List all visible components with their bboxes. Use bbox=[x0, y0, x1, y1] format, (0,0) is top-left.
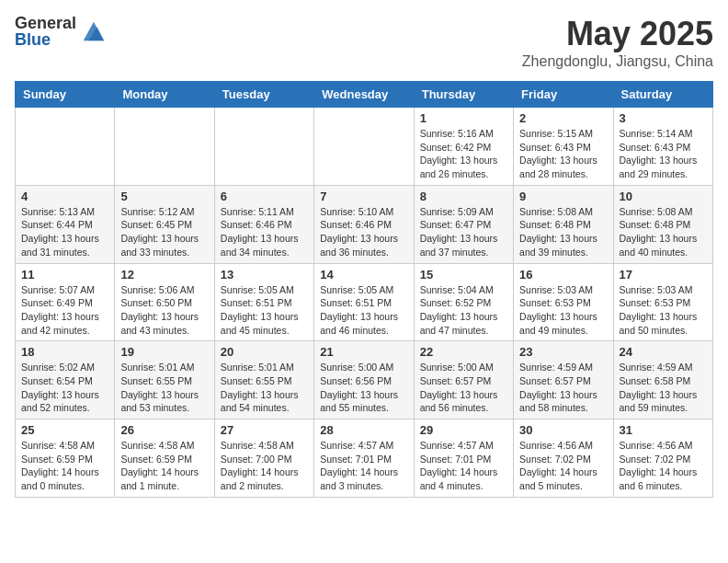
day-info: Sunrise: 5:02 AM Sunset: 6:54 PM Dayligh… bbox=[21, 361, 108, 415]
weekday-header-friday: Friday bbox=[514, 82, 613, 108]
day-info: Sunrise: 4:56 AM Sunset: 7:02 PM Dayligh… bbox=[519, 439, 607, 493]
calendar-cell: 27Sunrise: 4:58 AM Sunset: 7:00 PM Dayli… bbox=[214, 419, 313, 498]
calendar-week-2: 4Sunrise: 5:13 AM Sunset: 6:44 PM Daylig… bbox=[16, 185, 713, 263]
calendar-cell: 28Sunrise: 4:57 AM Sunset: 7:01 PM Dayli… bbox=[314, 419, 414, 498]
day-number: 19 bbox=[120, 345, 208, 359]
calendar-cell: 31Sunrise: 4:56 AM Sunset: 7:02 PM Dayli… bbox=[613, 419, 712, 498]
calendar-cell: 22Sunrise: 5:00 AM Sunset: 6:57 PM Dayli… bbox=[414, 341, 513, 419]
day-number: 23 bbox=[519, 345, 607, 359]
calendar-cell: 4Sunrise: 5:13 AM Sunset: 6:44 PM Daylig… bbox=[16, 185, 115, 263]
day-info: Sunrise: 4:58 AM Sunset: 6:59 PM Dayligh… bbox=[120, 439, 208, 493]
weekday-header-sunday: Sunday bbox=[16, 82, 115, 108]
day-info: Sunrise: 5:05 AM Sunset: 6:51 PM Dayligh… bbox=[221, 283, 308, 338]
calendar-cell: 6Sunrise: 5:11 AM Sunset: 6:46 PM Daylig… bbox=[214, 185, 313, 263]
weekday-header-saturday: Saturday bbox=[613, 82, 712, 108]
calendar-cell: 29Sunrise: 4:57 AM Sunset: 7:01 PM Dayli… bbox=[414, 419, 513, 498]
month-title: May 2025 bbox=[522, 15, 713, 53]
calendar-cell: 18Sunrise: 5:02 AM Sunset: 6:54 PM Dayli… bbox=[16, 341, 115, 419]
calendar-cell: 1Sunrise: 5:16 AM Sunset: 6:42 PM Daylig… bbox=[414, 108, 513, 186]
day-info: Sunrise: 5:01 AM Sunset: 6:55 PM Dayligh… bbox=[120, 361, 208, 415]
day-number: 7 bbox=[320, 190, 407, 203]
calendar-cell: 19Sunrise: 5:01 AM Sunset: 6:55 PM Dayli… bbox=[115, 341, 214, 419]
weekday-header-wednesday: Wednesday bbox=[314, 82, 414, 108]
day-number: 2 bbox=[519, 111, 607, 125]
day-info: Sunrise: 5:08 AM Sunset: 6:48 PM Dayligh… bbox=[519, 205, 607, 259]
day-number: 28 bbox=[320, 423, 407, 437]
day-number: 12 bbox=[120, 268, 208, 282]
day-info: Sunrise: 4:57 AM Sunset: 7:01 PM Dayligh… bbox=[420, 439, 507, 493]
calendar-cell: 8Sunrise: 5:09 AM Sunset: 6:47 PM Daylig… bbox=[414, 185, 513, 263]
day-info: Sunrise: 5:12 AM Sunset: 6:45 PM Dayligh… bbox=[120, 205, 208, 259]
calendar-cell: 20Sunrise: 5:01 AM Sunset: 6:55 PM Dayli… bbox=[214, 341, 313, 419]
day-number: 5 bbox=[120, 190, 208, 203]
weekday-header-monday: Monday bbox=[115, 82, 214, 108]
day-number: 4 bbox=[21, 190, 108, 203]
page-header: General Blue May 2025 Zhengdonglu, Jiang… bbox=[15, 15, 713, 70]
day-info: Sunrise: 4:56 AM Sunset: 7:02 PM Dayligh… bbox=[620, 439, 707, 493]
calendar-cell: 3Sunrise: 5:14 AM Sunset: 6:43 PM Daylig… bbox=[613, 108, 712, 186]
day-number: 21 bbox=[320, 345, 407, 359]
day-number: 8 bbox=[420, 190, 507, 203]
calendar-week-5: 25Sunrise: 4:58 AM Sunset: 6:59 PM Dayli… bbox=[16, 419, 713, 498]
day-number: 22 bbox=[420, 345, 507, 359]
location-subtitle: Zhengdonglu, Jiangsu, China bbox=[522, 53, 713, 70]
calendar-cell: 9Sunrise: 5:08 AM Sunset: 6:48 PM Daylig… bbox=[514, 185, 613, 263]
day-info: Sunrise: 5:03 AM Sunset: 6:53 PM Dayligh… bbox=[519, 283, 607, 338]
calendar-cell: 21Sunrise: 5:00 AM Sunset: 6:56 PM Dayli… bbox=[314, 341, 414, 419]
day-info: Sunrise: 5:06 AM Sunset: 6:50 PM Dayligh… bbox=[120, 283, 208, 338]
day-number: 31 bbox=[620, 423, 707, 437]
day-info: Sunrise: 5:00 AM Sunset: 6:56 PM Dayligh… bbox=[320, 361, 407, 415]
day-number: 14 bbox=[320, 268, 407, 282]
day-info: Sunrise: 5:03 AM Sunset: 6:53 PM Dayligh… bbox=[620, 283, 707, 338]
day-number: 15 bbox=[420, 268, 507, 282]
day-info: Sunrise: 5:08 AM Sunset: 6:48 PM Dayligh… bbox=[620, 205, 707, 259]
day-number: 10 bbox=[620, 190, 707, 203]
day-info: Sunrise: 5:10 AM Sunset: 6:46 PM Dayligh… bbox=[320, 205, 407, 259]
day-info: Sunrise: 4:59 AM Sunset: 6:58 PM Dayligh… bbox=[620, 361, 707, 415]
logo: General Blue bbox=[15, 15, 106, 48]
day-info: Sunrise: 4:58 AM Sunset: 7:00 PM Dayligh… bbox=[221, 439, 308, 493]
day-number: 18 bbox=[21, 345, 108, 359]
day-info: Sunrise: 5:00 AM Sunset: 6:57 PM Dayligh… bbox=[420, 361, 507, 415]
calendar-cell: 10Sunrise: 5:08 AM Sunset: 6:48 PM Dayli… bbox=[613, 185, 712, 263]
day-number: 16 bbox=[519, 268, 607, 282]
day-info: Sunrise: 5:14 AM Sunset: 6:43 PM Dayligh… bbox=[620, 127, 707, 181]
calendar-cell bbox=[16, 108, 115, 186]
day-info: Sunrise: 5:13 AM Sunset: 6:44 PM Dayligh… bbox=[21, 205, 108, 259]
calendar-cell: 11Sunrise: 5:07 AM Sunset: 6:49 PM Dayli… bbox=[16, 263, 115, 341]
day-number: 29 bbox=[420, 423, 507, 437]
day-info: Sunrise: 4:59 AM Sunset: 6:57 PM Dayligh… bbox=[519, 361, 607, 415]
day-info: Sunrise: 4:58 AM Sunset: 6:59 PM Dayligh… bbox=[21, 439, 108, 493]
day-info: Sunrise: 5:09 AM Sunset: 6:47 PM Dayligh… bbox=[420, 205, 507, 259]
day-number: 26 bbox=[120, 423, 208, 437]
logo-general: General bbox=[15, 15, 76, 31]
day-number: 17 bbox=[620, 268, 707, 282]
calendar-cell: 23Sunrise: 4:59 AM Sunset: 6:57 PM Dayli… bbox=[514, 341, 613, 419]
calendar-cell: 15Sunrise: 5:04 AM Sunset: 6:52 PM Dayli… bbox=[414, 263, 513, 341]
day-number: 27 bbox=[221, 423, 308, 437]
logo-blue: Blue bbox=[15, 31, 76, 48]
calendar-cell: 5Sunrise: 5:12 AM Sunset: 6:45 PM Daylig… bbox=[115, 185, 214, 263]
calendar-cell: 25Sunrise: 4:58 AM Sunset: 6:59 PM Dayli… bbox=[16, 419, 115, 498]
day-info: Sunrise: 5:11 AM Sunset: 6:46 PM Dayligh… bbox=[221, 205, 308, 259]
day-info: Sunrise: 5:01 AM Sunset: 6:55 PM Dayligh… bbox=[221, 361, 308, 415]
day-number: 20 bbox=[221, 345, 308, 359]
day-info: Sunrise: 5:16 AM Sunset: 6:42 PM Dayligh… bbox=[420, 127, 507, 181]
calendar-cell bbox=[314, 108, 414, 186]
calendar-week-3: 11Sunrise: 5:07 AM Sunset: 6:49 PM Dayli… bbox=[16, 263, 713, 341]
day-number: 13 bbox=[221, 268, 308, 282]
calendar-table: SundayMondayTuesdayWednesdayThursdayFrid… bbox=[15, 81, 713, 498]
day-number: 1 bbox=[420, 111, 507, 125]
day-number: 24 bbox=[620, 345, 707, 359]
day-info: Sunrise: 4:57 AM Sunset: 7:01 PM Dayligh… bbox=[320, 439, 407, 493]
day-info: Sunrise: 5:15 AM Sunset: 6:43 PM Dayligh… bbox=[519, 127, 607, 181]
logo-text: General Blue bbox=[15, 15, 76, 48]
calendar-cell: 30Sunrise: 4:56 AM Sunset: 7:02 PM Dayli… bbox=[514, 419, 613, 498]
day-number: 3 bbox=[620, 111, 707, 125]
weekday-header-tuesday: Tuesday bbox=[214, 82, 313, 108]
calendar-cell: 26Sunrise: 4:58 AM Sunset: 6:59 PM Dayli… bbox=[115, 419, 214, 498]
calendar-cell: 17Sunrise: 5:03 AM Sunset: 6:53 PM Dayli… bbox=[613, 263, 712, 341]
day-info: Sunrise: 5:07 AM Sunset: 6:49 PM Dayligh… bbox=[21, 283, 108, 338]
calendar-cell: 14Sunrise: 5:05 AM Sunset: 6:51 PM Dayli… bbox=[314, 263, 414, 341]
calendar-cell: 7Sunrise: 5:10 AM Sunset: 6:46 PM Daylig… bbox=[314, 185, 414, 263]
